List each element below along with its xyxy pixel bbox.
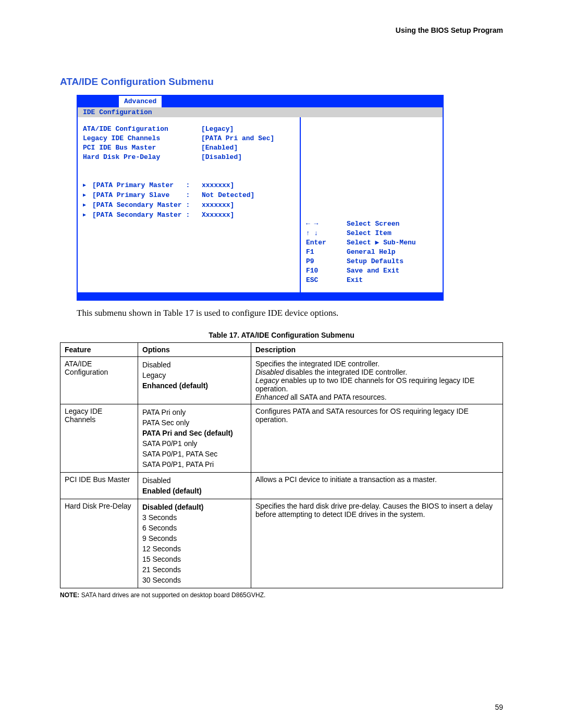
device-row[interactable]: [PATA Secondary Master : Xxxxxxx] bbox=[83, 211, 295, 220]
option-value: 12 Seconds bbox=[142, 544, 247, 554]
device-value: Not Detected] bbox=[202, 191, 254, 200]
table-caption: Table 17. ATA/IDE Configuration Submenu bbox=[60, 331, 503, 339]
option-value: PATA Sec only bbox=[142, 417, 247, 428]
option-value: Legacy bbox=[142, 370, 247, 380]
page: Using the BIOS Setup Program ATA/IDE Con… bbox=[0, 0, 563, 728]
submenu-icon bbox=[83, 211, 92, 220]
setting-row[interactable]: Hard Disk Pre-Delay [Disabled] bbox=[83, 153, 295, 162]
device-label: [PATA Secondary Master : bbox=[92, 211, 202, 220]
section-title: ATA/IDE Configuration Submenu bbox=[60, 76, 503, 88]
table-row: PCI IDE Bus MasterDisabledEnabled (defau… bbox=[60, 473, 503, 499]
table-row: Hard Disk Pre-DelayDisabled (default)3 S… bbox=[60, 499, 503, 588]
page-number: 59 bbox=[60, 703, 503, 711]
option-value: 9 Seconds bbox=[142, 533, 247, 544]
help-desc: Select ▶ Sub-Menu bbox=[347, 238, 416, 248]
help-row: ESC Exit bbox=[306, 276, 437, 285]
setting-value: [Legacy] bbox=[201, 125, 234, 134]
device-label: [PATA Primary Slave : bbox=[92, 191, 202, 200]
help-key: ← → bbox=[306, 219, 347, 229]
bios-right-pane: ← → Select Screen ↑ ↓ Select Item Enter … bbox=[301, 117, 443, 292]
option-value: 30 Seconds bbox=[142, 575, 247, 585]
submenu-icon bbox=[83, 181, 92, 191]
option-value: Disabled (default) bbox=[142, 502, 247, 512]
th-description: Description bbox=[251, 343, 503, 357]
option-value: 6 Seconds bbox=[142, 523, 247, 533]
option-value: Disabled bbox=[142, 360, 247, 370]
table-row: ATA/IDE ConfigurationDisabledLegacyEnhan… bbox=[60, 357, 503, 404]
option-value: 21 Seconds bbox=[142, 564, 247, 575]
note-label: NOTE: bbox=[60, 591, 81, 599]
device-row[interactable]: [PATA Secondary Master : xxxxxxx] bbox=[83, 201, 295, 211]
device-value: xxxxxxx] bbox=[202, 201, 234, 210]
device-label: [PATA Primary Master : bbox=[92, 181, 202, 190]
setting-label: PCI IDE Bus Master bbox=[83, 143, 201, 153]
cell-feature: Hard Disk Pre-Delay bbox=[60, 499, 138, 588]
table-row: Legacy IDE ChannelsPATA Pri onlyPATA Sec… bbox=[60, 404, 503, 473]
setting-value: [PATA Pri and Sec] bbox=[201, 134, 274, 143]
bios-left-pane: ATA/IDE Configuration [Legacy] Legacy ID… bbox=[78, 117, 301, 292]
option-value: PATA Pri only bbox=[142, 407, 247, 417]
cell-feature: Legacy IDE Channels bbox=[60, 404, 138, 473]
help-desc: Save and Exit bbox=[347, 266, 399, 276]
submenu-icon bbox=[83, 191, 92, 201]
setting-row[interactable]: ATA/IDE Configuration [Legacy] bbox=[83, 125, 295, 134]
device-row[interactable]: [PATA Primary Slave : Not Detected] bbox=[83, 191, 295, 201]
help-row: P9 Setup Defaults bbox=[306, 257, 437, 266]
cell-description: Allows a PCI device to initiate a transa… bbox=[251, 473, 503, 499]
figure-caption: This submenu shown in Table 17 is used t… bbox=[77, 308, 442, 318]
device-row[interactable]: [PATA Primary Master : xxxxxxx] bbox=[83, 181, 295, 191]
cell-options: PATA Pri onlyPATA Sec onlyPATA Pri and S… bbox=[138, 404, 251, 473]
note: NOTE: SATA hard drives are not supported… bbox=[60, 591, 503, 599]
help-desc: Exit bbox=[347, 276, 363, 285]
help-key: Enter bbox=[306, 238, 347, 248]
option-value: PATA Pri and Sec (default) bbox=[142, 428, 247, 438]
submenu-icon bbox=[83, 201, 92, 211]
cell-description: Specifies the integrated IDE controller.… bbox=[251, 357, 503, 404]
cell-feature: PCI IDE Bus Master bbox=[60, 473, 138, 499]
setting-label: Legacy IDE Channels bbox=[83, 134, 201, 143]
th-options: Options bbox=[138, 343, 251, 357]
feature-table: Feature Options Description ATA/IDE Conf… bbox=[60, 342, 503, 588]
help-row: F1 General Help bbox=[306, 248, 437, 257]
option-value: SATA P0/P1, PATA Sec bbox=[142, 449, 247, 459]
option-value: Enhanced (default) bbox=[142, 380, 247, 391]
help-key: F10 bbox=[306, 266, 347, 276]
bios-screen: Advanced IDE Configuration ATA/IDE Confi… bbox=[77, 95, 444, 301]
tab-advanced[interactable]: Advanced bbox=[119, 96, 162, 107]
cell-options: Disabled (default)3 Seconds6 Seconds9 Se… bbox=[138, 499, 251, 588]
cell-options: DisabledEnabled (default) bbox=[138, 473, 251, 499]
device-value: xxxxxxx] bbox=[202, 181, 234, 190]
help-block: ← → Select Screen ↑ ↓ Select Item Enter … bbox=[306, 125, 437, 285]
help-key: ↑ ↓ bbox=[306, 229, 347, 238]
help-row: F10 Save and Exit bbox=[306, 266, 437, 276]
th-feature: Feature bbox=[60, 343, 138, 357]
setting-label: Hard Disk Pre-Delay bbox=[83, 153, 201, 162]
option-value: 3 Seconds bbox=[142, 512, 247, 523]
option-value: Disabled bbox=[142, 475, 247, 486]
help-key: F1 bbox=[306, 248, 347, 257]
setting-value: [Disabled] bbox=[201, 153, 242, 162]
setting-row[interactable]: PCI IDE Bus Master [Enabled] bbox=[83, 143, 295, 153]
cell-description: Specifies the hard disk drive pre-delay.… bbox=[251, 499, 503, 588]
bios-subtitle: IDE Configuration bbox=[78, 107, 443, 117]
cell-description: Configures PATA and SATA resources for O… bbox=[251, 404, 503, 473]
device-value: Xxxxxxx] bbox=[202, 211, 234, 220]
setting-value: [Enabled] bbox=[201, 143, 238, 153]
help-desc: Select Screen bbox=[347, 219, 399, 229]
option-value: 15 Seconds bbox=[142, 554, 247, 564]
option-value: Enabled (default) bbox=[142, 486, 247, 496]
table-header-row: Feature Options Description bbox=[60, 343, 503, 357]
help-key: P9 bbox=[306, 257, 347, 266]
setting-row[interactable]: Legacy IDE Channels [PATA Pri and Sec] bbox=[83, 134, 295, 143]
help-key: ESC bbox=[306, 276, 347, 285]
device-label: [PATA Secondary Master : bbox=[92, 201, 202, 210]
help-row: Enter Select ▶ Sub-Menu bbox=[306, 238, 437, 248]
note-text: SATA hard drives are not supported on de… bbox=[81, 591, 266, 599]
bios-tab-row: Advanced bbox=[78, 96, 443, 107]
option-value: SATA P0/P1, PATA Pri bbox=[142, 459, 247, 470]
help-desc: General Help bbox=[347, 248, 396, 257]
help-row: ↑ ↓ Select Item bbox=[306, 229, 437, 238]
cell-options: DisabledLegacyEnhanced (default) bbox=[138, 357, 251, 404]
page-header: Using the BIOS Setup Program bbox=[60, 26, 503, 34]
option-value: SATA P0/P1 only bbox=[142, 438, 247, 449]
